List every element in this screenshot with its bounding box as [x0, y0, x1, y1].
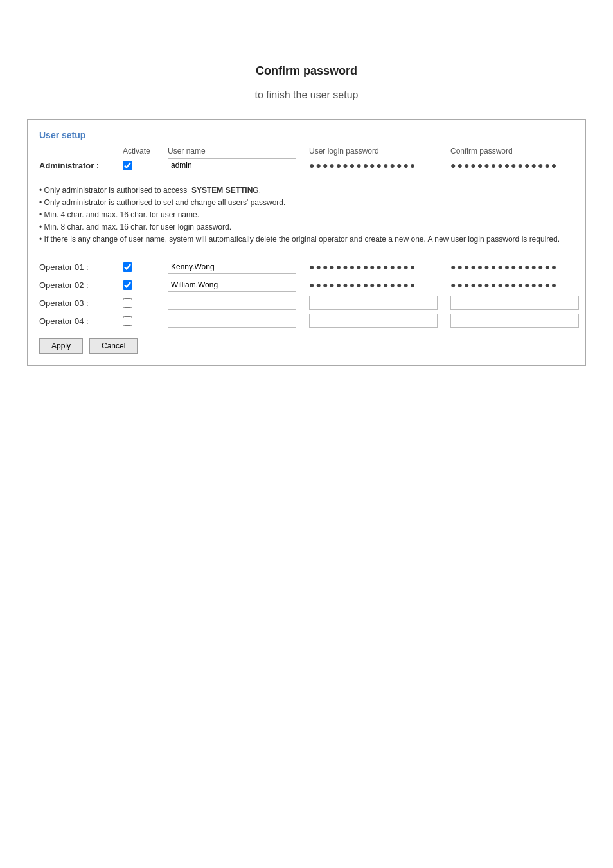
admin-username-input[interactable] [168, 158, 296, 172]
divider-before-operators [39, 253, 574, 253]
admin-activate-cell [123, 161, 168, 170]
operator-02-label: Operator 02 : [39, 280, 123, 290]
cancel-button[interactable]: Cancel [89, 338, 138, 354]
operator-row-01: Operator 01 : ●●●●●●●●●●●●●●●● ●●●●●●●●●… [39, 260, 574, 274]
admin-row: Administrator : ●●●●●●●●●●●●●●●● ●●●●●●●… [39, 158, 574, 172]
info-item-5: If there is any change of user name, sys… [39, 235, 574, 244]
operator-01-username-input[interactable] [168, 260, 296, 274]
info-item-4: Min. 8 char. and max. 16 char. for user … [39, 222, 574, 231]
operator-04-activate-cell [123, 316, 168, 326]
panel-title: User setup [39, 130, 574, 140]
col-login-password: User login password [309, 147, 450, 156]
operator-04-username-cell [168, 314, 309, 328]
operator-02-username-input[interactable] [168, 278, 296, 292]
admin-username-cell [168, 158, 309, 172]
admin-label: Administrator : [39, 161, 123, 170]
operator-01-checkbox[interactable] [123, 262, 132, 272]
col-confirm-password: Confirm password [450, 147, 579, 156]
operator-04-password-cell [309, 314, 450, 328]
info-item-2: Only administrator is authorised to set … [39, 198, 574, 207]
operator-02-confirm-cell: ●●●●●●●●●●●●●●●● [450, 280, 579, 290]
operator-01-confirm-dots: ●●●●●●●●●●●●●●●● [450, 262, 558, 272]
operator-04-confirm-input[interactable] [450, 314, 579, 328]
operator-04-label: Operator 04 : [39, 316, 123, 326]
operator-01-label: Operator 01 : [39, 262, 123, 272]
page-subtitle: to finish the user setup [255, 89, 359, 101]
operator-04-username-input[interactable] [168, 314, 296, 328]
operator-01-activate-cell [123, 262, 168, 272]
admin-password-dots: ●●●●●●●●●●●●●●●● [309, 160, 416, 170]
operator-03-activate-cell [123, 298, 168, 308]
operator-02-username-cell [168, 278, 309, 292]
info-list: Only administrator is authorised to acce… [39, 186, 574, 244]
col-username: User name [168, 147, 309, 156]
info-item-3: Min. 4 char. and max. 16 char. for user … [39, 210, 574, 219]
operator-04-checkbox[interactable] [123, 316, 132, 326]
operator-03-confirm-cell [450, 296, 579, 310]
operator-02-confirm-dots: ●●●●●●●●●●●●●●●● [450, 280, 558, 290]
operator-04-password-input[interactable] [309, 314, 438, 328]
admin-activate-checkbox[interactable] [123, 161, 132, 170]
column-headers: Activate User name User login password C… [39, 147, 574, 156]
operator-row-04: Operator 04 : [39, 314, 574, 328]
admin-confirm-cell: ●●●●●●●●●●●●●●●● [450, 160, 579, 170]
operator-02-activate-cell [123, 280, 168, 290]
operator-row-02: Operator 02 : ●●●●●●●●●●●●●●●● ●●●●●●●●●… [39, 278, 574, 292]
operator-03-confirm-input[interactable] [450, 296, 579, 310]
operator-02-password-cell: ●●●●●●●●●●●●●●●● [309, 280, 450, 290]
operator-03-checkbox[interactable] [123, 298, 132, 308]
operator-02-checkbox[interactable] [123, 280, 132, 290]
operator-03-label: Operator 03 : [39, 298, 123, 308]
operator-01-username-cell [168, 260, 309, 274]
operator-01-password-dots: ●●●●●●●●●●●●●●●● [309, 262, 416, 272]
operator-02-password-dots: ●●●●●●●●●●●●●●●● [309, 280, 416, 290]
col-activate: Activate [123, 147, 168, 156]
admin-password-cell: ●●●●●●●●●●●●●●●● [309, 160, 450, 170]
buttons-row: Apply Cancel [39, 338, 574, 354]
user-setup-panel: User setup Activate User name User login… [27, 119, 586, 366]
operator-04-confirm-cell [450, 314, 579, 328]
admin-confirm-dots: ●●●●●●●●●●●●●●●● [450, 160, 558, 170]
page-title: Confirm password [256, 64, 357, 78]
apply-button[interactable]: Apply [39, 338, 83, 354]
operator-rows: Operator 01 : ●●●●●●●●●●●●●●●● ●●●●●●●●●… [39, 260, 574, 328]
page-wrapper: Confirm password to finish the user setu… [0, 0, 613, 366]
divider-after-admin [39, 179, 574, 179]
operator-03-password-input[interactable] [309, 296, 438, 310]
operator-03-username-cell [168, 296, 309, 310]
operator-03-password-cell [309, 296, 450, 310]
operator-row-03: Operator 03 : [39, 296, 574, 310]
info-item-1: Only administrator is authorised to acce… [39, 186, 574, 195]
col-blank [39, 147, 123, 156]
operator-03-username-input[interactable] [168, 296, 296, 310]
operator-01-confirm-cell: ●●●●●●●●●●●●●●●● [450, 262, 579, 272]
operator-01-password-cell: ●●●●●●●●●●●●●●●● [309, 262, 450, 272]
